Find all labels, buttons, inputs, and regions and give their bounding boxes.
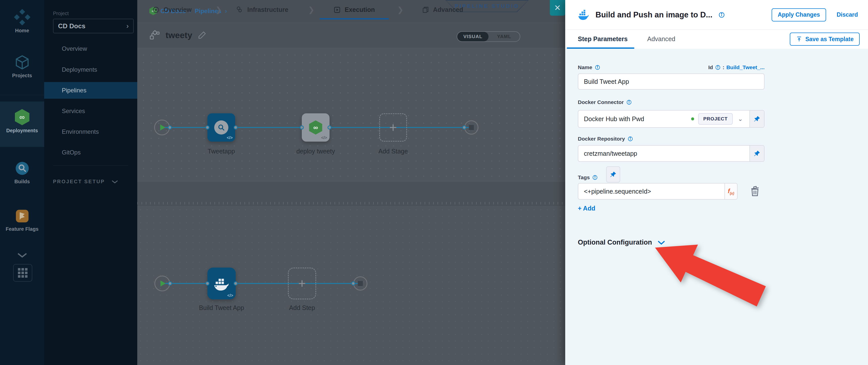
- module-rail: Home Projects ∞ Deployments Builds: [0, 0, 44, 365]
- panel-header: Build and Push an image to D... Apply Ch…: [565, 0, 868, 30]
- project-selector[interactable]: CD Docs ›: [53, 19, 134, 33]
- project-section-label: Project: [53, 10, 69, 17]
- rail-item-builds[interactable]: Builds: [0, 160, 44, 184]
- connector-pin-button[interactable]: [749, 111, 764, 127]
- stage-start-node: [154, 120, 170, 135]
- sidebar-item-deployments[interactable]: Deployments: [44, 61, 137, 78]
- rail-item-projects[interactable]: Projects: [0, 55, 44, 79]
- tab-execution[interactable]: Execution: [334, 0, 375, 20]
- rail-item-feature-flags[interactable]: Feature Flags: [0, 209, 44, 232]
- delete-tag-button[interactable]: [749, 185, 761, 197]
- sidebar-item-services[interactable]: Services: [44, 103, 137, 119]
- docker-repository-field[interactable]: cretzman/tweetapp: [578, 145, 765, 162]
- stage-node-deploy-tweety[interactable]: ∞ </>: [302, 113, 330, 142]
- project-setup-toggle[interactable]: PROJECT SETUP: [53, 179, 118, 184]
- discard-button[interactable]: Discard: [837, 11, 858, 18]
- tag-value-field[interactable]: <+pipeline.sequenceId> f(x): [578, 183, 738, 200]
- active-tab-underline: [320, 18, 389, 20]
- rail-chevron-down-icon[interactable]: [17, 252, 27, 258]
- rail-label: Builds: [14, 179, 30, 184]
- advanced-icon: [422, 6, 429, 13]
- tab-separator: ❯: [216, 0, 222, 20]
- add-step-label: Add Step: [277, 304, 327, 311]
- stop-icon: [469, 125, 474, 130]
- connector-dot: [300, 125, 304, 129]
- tab-panel-advanced[interactable]: Advanced: [647, 35, 675, 43]
- close-drawer-button[interactable]: ✕: [550, 0, 565, 16]
- execution-graph-canvas[interactable]: [137, 207, 565, 365]
- sidebar-item-pipelines[interactable]: Pipelines: [44, 82, 137, 99]
- info-icon[interactable]: [592, 175, 598, 180]
- tab-overview[interactable]: Overview: [152, 0, 191, 20]
- chevron-right-icon: ›: [126, 22, 129, 30]
- execution-start-node: [154, 276, 170, 291]
- home-icon: [14, 9, 30, 25]
- info-icon[interactable]: [718, 11, 725, 18]
- connector-dot: [206, 281, 210, 285]
- name-input[interactable]: [578, 73, 765, 90]
- rail-label: Deployments: [6, 128, 38, 133]
- connector-dot: [234, 281, 238, 285]
- repository-pin-button[interactable]: [749, 146, 764, 161]
- tab-infrastructure[interactable]: Infrastructure: [236, 0, 288, 20]
- execution-end-node: [353, 276, 367, 291]
- sidebar-item-environments[interactable]: Environments: [44, 123, 137, 140]
- docker-connector-label: Docker Connector: [578, 99, 632, 105]
- rail-item-deployments[interactable]: ∞ Deployments: [0, 109, 44, 133]
- projects-cube-icon: [14, 55, 30, 70]
- sidebar-item-overview[interactable]: Overview: [44, 40, 137, 57]
- rail-label: Home: [15, 28, 29, 34]
- plus-icon: +: [298, 276, 306, 291]
- stage-graph-canvas[interactable]: [137, 48, 565, 181]
- yaml-toggle-option[interactable]: YAML: [489, 32, 520, 41]
- add-step-button[interactable]: +: [288, 268, 316, 299]
- docker-connector-select[interactable]: Docker Hub with Pwd PROJECT ⌄: [578, 110, 765, 128]
- deployments-icon: ∞: [15, 109, 30, 125]
- module-grid-button[interactable]: [13, 264, 32, 282]
- tab-advanced[interactable]: Advanced: [422, 0, 463, 20]
- visual-yaml-toggle: VISUAL YAML: [457, 31, 520, 42]
- connector-dot: [328, 125, 332, 129]
- infrastructure-icon: [236, 6, 243, 13]
- play-icon: [160, 280, 165, 286]
- apply-changes-button[interactable]: Apply Changes: [772, 8, 826, 22]
- docker-repository-value: cretzman/tweetapp: [584, 150, 637, 157]
- grid-icon: [18, 268, 28, 278]
- chevron-down-icon: [112, 180, 118, 183]
- project-sidebar: Project CD Docs › Overview Deployments P…: [44, 0, 137, 365]
- stage-node-tweetapp[interactable]: </>: [208, 113, 235, 142]
- add-stage-button[interactable]: +: [379, 113, 407, 142]
- add-tag-link[interactable]: + Add: [578, 205, 595, 212]
- info-icon[interactable]: [626, 99, 632, 105]
- connector-dot: [168, 125, 172, 129]
- tab-step-parameters[interactable]: Step Parameters: [578, 35, 627, 43]
- pipeline-studio-screen: Home Projects ∞ Deployments Builds: [0, 0, 868, 365]
- step-config-panel: Build and Push an image to D... Apply Ch…: [565, 0, 868, 365]
- step-node-build-tweet-app[interactable]: </>: [208, 268, 236, 299]
- tab-separator: ❯: [308, 0, 314, 20]
- step-id-value[interactable]: Build_Tweet_...: [726, 64, 765, 70]
- canvas-ruler: [137, 201, 565, 207]
- rail-item-home[interactable]: Home: [0, 9, 44, 34]
- pipeline-icon: [149, 30, 160, 40]
- info-icon[interactable]: [627, 136, 633, 142]
- save-as-template-button[interactable]: Save as Template: [790, 33, 860, 46]
- step-connector-line: [162, 283, 360, 284]
- edit-pencil-icon[interactable]: [198, 31, 207, 39]
- info-icon[interactable]: [715, 65, 721, 70]
- sidebar-item-gitops[interactable]: GitOps: [44, 144, 137, 161]
- docker-step-icon: [214, 276, 229, 291]
- connector-dot: [234, 125, 238, 129]
- execution-icon: [334, 6, 341, 13]
- red-annotation-arrow: [646, 240, 777, 316]
- stage-tabbar: [137, 181, 565, 201]
- deploy-stage-icon: ∞: [309, 120, 322, 134]
- tags-pin-button[interactable]: [606, 166, 620, 183]
- pin-icon: [753, 150, 761, 157]
- step-label-build-tweet-app: Build Tweet App: [186, 304, 257, 311]
- visual-toggle-option[interactable]: VISUAL: [457, 32, 489, 41]
- docker-icon: [578, 10, 589, 20]
- chevron-down-icon[interactable]: ⌄: [738, 115, 743, 122]
- expression-fx-button[interactable]: f(x): [724, 183, 737, 199]
- docker-repository-label: Docker Repository: [578, 136, 633, 142]
